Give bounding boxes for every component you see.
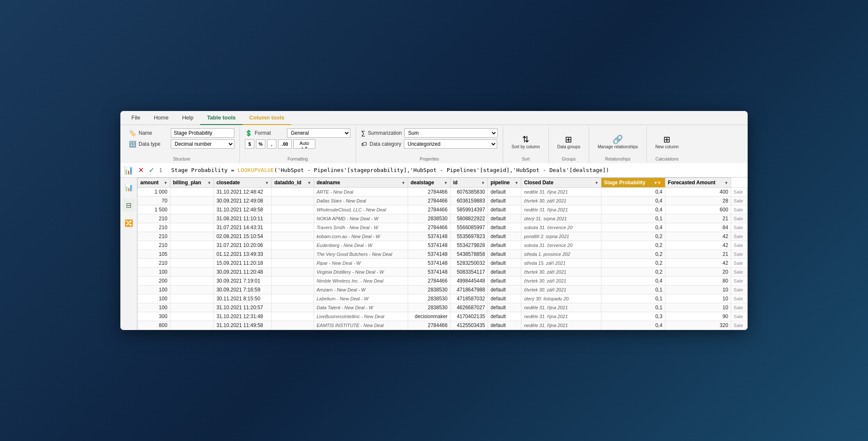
table-cell: středa 15. září 2021 <box>521 259 601 268</box>
sort-group-label: Sort <box>508 156 543 163</box>
table-cell-extra: Sale <box>731 205 748 214</box>
table-cell: Dallas Stars - New Deal <box>314 197 408 205</box>
table-cell: 4718647988 <box>450 286 487 294</box>
name-input[interactable] <box>171 128 234 138</box>
table-cell: 5438578858 <box>450 250 487 259</box>
new-column-btn[interactable]: ⊞ New column <box>652 133 682 151</box>
table-cell: 0,1 <box>601 294 665 303</box>
tab-column-tools[interactable]: Column tools <box>242 111 291 125</box>
sidebar-icon-model[interactable]: 🔀 <box>122 216 135 229</box>
table-cell: 31.07.2021 10:20:06 <box>214 241 272 250</box>
auto-spinner[interactable]: Auto ▲▼ <box>293 139 315 149</box>
sidebar-icon-table[interactable]: ⊟ <box>122 199 135 211</box>
table-cell: 31.07.2021 14:43:31 <box>214 223 272 232</box>
table-cell <box>272 312 314 321</box>
formula-cancel-btn[interactable]: ✕ <box>136 165 145 175</box>
table-cell: 6076385830 <box>450 188 487 197</box>
manage-relationships-btn[interactable]: 🔗 Manage relationships <box>594 133 641 151</box>
table-row: 21031.08.2021 11:10:11NOKIA APMD - New D… <box>138 214 748 223</box>
table-cell: 100 <box>138 268 170 277</box>
table-cell: default <box>488 214 521 223</box>
table-cell <box>170 188 214 197</box>
calculations-group-label: Calculations <box>652 156 682 163</box>
table-cell: 0,4 <box>601 188 665 197</box>
filter-stage-probability[interactable]: ▾🔽 <box>654 180 662 185</box>
table-cell: 84 <box>665 223 731 232</box>
table-cell: 30.11.2021 8:15:50 <box>214 294 272 303</box>
format-buttons-row: $ % , .00 Auto ▲▼ <box>245 139 351 149</box>
table-cell: Travers Smith - New Deal - W <box>314 223 408 232</box>
table-cell: NOKIA APMD - New Deal - W <box>314 214 408 223</box>
filter-pipeline[interactable]: ▾ <box>515 180 518 185</box>
col-header-id: id ▾ <box>450 178 487 188</box>
table-cell: 0,2 <box>601 250 665 259</box>
table-cell-extra: Sale <box>731 188 748 197</box>
tab-help[interactable]: Help <box>175 111 200 125</box>
filter-dataddo-id[interactable]: ▾ <box>307 180 311 185</box>
datatype-select[interactable]: Decimal number <box>171 139 234 149</box>
summarization-select[interactable]: Sum <box>404 128 498 138</box>
table-cell: ARTE - New Deal <box>314 188 408 197</box>
datatype-icon: 🔢 <box>129 141 136 147</box>
filter-closed-date[interactable]: ▾ <box>595 180 598 185</box>
filter-id[interactable]: ▾ <box>481 180 485 185</box>
formula-function: LOOKUPVALUE <box>238 167 274 173</box>
data-groups-btn[interactable]: ⊞ Data groups <box>554 133 584 151</box>
table-cell: 02.08.2021 15:10:54 <box>214 232 272 241</box>
table-cell: Eudenberg - New Deal - W <box>314 241 408 250</box>
table-cell: 6036159883 <box>450 197 487 205</box>
formula-text[interactable]: Stage Probability = LOOKUPVALUE('HubSpot… <box>171 167 744 173</box>
table-cell: 4125503435 <box>450 321 487 330</box>
table-cell: 600 <box>665 205 731 214</box>
table-cell: 0,3 <box>601 312 665 321</box>
ribbon-group-structure: 🏷️ Name 🔢 Data type Decimal number S <box>124 127 240 163</box>
filter-dealname[interactable]: ▾ <box>401 180 405 185</box>
table-cell: 30.09.2021 7:19:01 <box>214 277 272 286</box>
table-cell: 30.09.2021 7:16:59 <box>214 286 272 294</box>
table-cell <box>170 312 214 321</box>
ribbon-content: 🏷️ Name 🔢 Data type Decimal number S <box>120 125 748 163</box>
table-cell: default <box>488 188 521 197</box>
format-label: Format <box>255 130 284 136</box>
table-cell: 30.09.2021 12:49:08 <box>214 197 272 205</box>
formula-confirm-btn[interactable]: ✓ <box>147 165 156 175</box>
datacategory-select[interactable]: Uncategorized <box>404 139 497 149</box>
percent-btn[interactable]: % <box>256 139 265 149</box>
filter-dealstage[interactable]: ▾ <box>444 180 448 185</box>
datacategory-row: 🏷 Data category Uncategorized <box>361 139 498 149</box>
table-cell: 80 <box>665 277 731 286</box>
main-area: 📊 ⊟ 🔀 amount ▾ <box>120 178 748 330</box>
comma-btn[interactable]: , <box>267 139 276 149</box>
decimal-btn[interactable]: .00 <box>278 139 292 149</box>
summarization-row: ∑ Summarization Sum <box>361 128 498 138</box>
filter-amount[interactable]: ▾ <box>164 180 167 185</box>
formula-line-number: 1 <box>159 167 168 173</box>
filter-closedate[interactable]: ▾ <box>265 180 269 185</box>
ribbon-group-sort: ⇅ Sort by column Sort <box>503 127 549 163</box>
currency-btn[interactable]: $ <box>245 139 254 149</box>
table-cell: 2838530 <box>408 303 450 312</box>
table-cell: default <box>488 294 521 303</box>
table-cell: 5374148 <box>408 259 450 268</box>
sidebar-icon-chart[interactable]: 📊 <box>122 181 135 194</box>
table-cell: 4718587032 <box>450 294 487 303</box>
table-cell: 0,4 <box>601 223 665 232</box>
table-cell <box>272 286 314 294</box>
sort-by-column-btn[interactable]: ⇅ Sort by column <box>508 133 543 151</box>
table-row: 7030.09.2021 12:49:08Dallas Stars - New … <box>138 197 748 205</box>
table-cell <box>170 232 214 241</box>
table-cell: 31.10.2021 11:20:57 <box>214 303 272 312</box>
table-cell: 5535697823 <box>450 232 487 241</box>
tab-file[interactable]: File <box>125 111 147 125</box>
filter-forecasted-amount[interactable]: ▾ <box>724 180 728 185</box>
table-cell: 21 <box>665 250 731 259</box>
tab-table-tools[interactable]: Table tools <box>200 111 242 125</box>
table-cell: 5859914397 <box>450 205 487 214</box>
filter-billing-plan[interactable]: ▾ <box>207 180 211 185</box>
format-select[interactable]: General <box>287 128 351 138</box>
main-window: File Home Help Table tools Column tools … <box>120 111 748 330</box>
formatting-group-label: Formatting <box>245 156 351 163</box>
table-cell: Amzarn - New Deal - W <box>314 286 408 294</box>
table-cell: 70 <box>138 197 170 205</box>
tab-home[interactable]: Home <box>147 111 175 125</box>
